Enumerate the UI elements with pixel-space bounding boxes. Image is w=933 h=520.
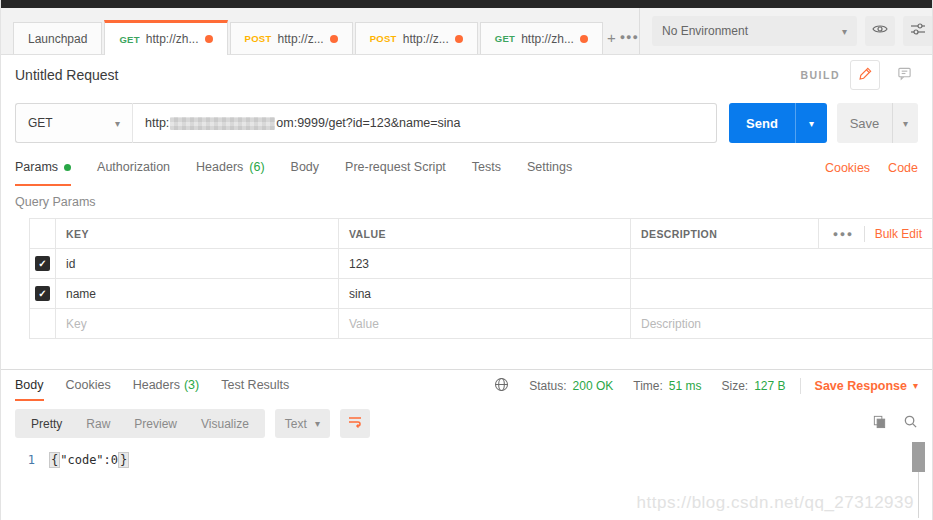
tab-request-1-active[interactable]: GET http://zh... <box>104 20 227 55</box>
response-tab-cookies-label: Cookies <box>66 378 111 392</box>
column-header-description: DESCRIPTION ●●● Bulk Edit <box>631 219 932 248</box>
response-tab-headers[interactable]: Headers (3) <box>133 370 200 401</box>
copy-icon[interactable] <box>872 414 887 433</box>
request-title[interactable]: Untitled Request <box>15 67 119 83</box>
save-options-button[interactable]: ▾ <box>892 103 918 143</box>
response-code-line: 1 {"code":0} <box>1 446 932 467</box>
table-header-actions: ●●● Bulk Edit <box>818 219 922 248</box>
environment-select[interactable]: No Environment ▾ <box>652 16 857 46</box>
param-description-field[interactable] <box>631 279 932 308</box>
response-headers-count-badge: (3) <box>184 378 199 392</box>
view-mode-preview[interactable]: Preview <box>122 417 189 431</box>
globe-icon[interactable] <box>494 377 509 395</box>
param-key-field[interactable]: name <box>56 279 339 308</box>
chevron-down-icon: ▾ <box>809 118 814 129</box>
unsaved-dot-icon <box>205 35 213 43</box>
sliders-icon <box>910 21 926 41</box>
format-select[interactable]: Text ▾ <box>275 409 330 438</box>
method-badge: GET <box>119 34 139 45</box>
divider <box>864 226 865 242</box>
param-key-field-placeholder[interactable]: Key <box>56 309 339 338</box>
tab-prerequest-script[interactable]: Pre-request Script <box>345 150 446 186</box>
view-mode-pretty[interactable]: Pretty <box>19 417 74 431</box>
wrap-text-button[interactable] <box>340 409 370 438</box>
send-button[interactable]: Send <box>729 103 795 143</box>
response-json[interactable]: {"code":0} <box>49 453 129 467</box>
response-tab-test-results-label: Test Results <box>221 378 289 392</box>
params-table-header-row: KEY VALUE DESCRIPTION ●●● Bulk Edit <box>30 219 932 249</box>
header-checkbox-cell <box>30 219 56 248</box>
new-tab-button[interactable]: + <box>607 23 616 51</box>
tab-launchpad[interactable]: Launchpad <box>13 22 102 54</box>
code-link[interactable]: Code <box>888 161 918 175</box>
environment-area: No Environment ▾ <box>639 8 933 54</box>
request-tabs: Params Authorization Headers (6) Body Pr… <box>1 150 932 186</box>
tab-prerequest-label: Pre-request Script <box>345 160 446 174</box>
tab-request-4[interactable]: GET http://zh... <box>480 22 603 54</box>
environment-settings-button[interactable] <box>903 16 933 46</box>
column-header-key: KEY <box>56 219 339 248</box>
postman-window: Launchpad GET http://zh... POST http://z… <box>0 0 933 520</box>
scrollbar-thumb[interactable] <box>912 442 925 472</box>
tab-request-3[interactable]: POST http://z... <box>355 22 478 54</box>
param-description-field[interactable] <box>631 249 932 278</box>
url-builder-row: GET ▾ http:om:9999/get?id=123&name=sina … <box>1 95 932 150</box>
response-tab-body[interactable]: Body <box>15 370 44 401</box>
more-options-button[interactable]: ●●● <box>833 229 854 239</box>
request-header: Untitled Request BUILD <box>1 55 932 95</box>
save-button-group: Save ▾ <box>837 103 918 143</box>
unsaved-dot-icon <box>455 35 463 43</box>
view-mode-group: Pretty Raw Preview Visualize <box>15 409 265 438</box>
build-label: BUILD <box>800 69 840 81</box>
send-options-button[interactable]: ▾ <box>795 103 827 143</box>
param-checkbox-cell: ✓ <box>30 249 56 278</box>
format-selected-label: Text <box>285 417 307 431</box>
view-mode-visualize[interactable]: Visualize <box>189 417 261 431</box>
http-method-selected: GET <box>28 116 53 130</box>
tab-body[interactable]: Body <box>291 150 320 186</box>
param-description-field-placeholder[interactable]: Description <box>631 309 932 338</box>
open-brace: { <box>49 452 60 468</box>
tab-body-label: Body <box>291 160 320 174</box>
row-checkbox-checked[interactable]: ✓ <box>35 256 50 271</box>
tab-headers[interactable]: Headers (6) <box>196 150 265 186</box>
status-label: Status: <box>529 379 566 393</box>
size-value: 127 B <box>754 379 785 393</box>
row-checkbox-checked[interactable]: ✓ <box>35 286 50 301</box>
url-input[interactable]: http:om:9999/get?id=123&name=sina <box>133 103 717 143</box>
tab-settings[interactable]: Settings <box>527 150 572 186</box>
tab-authorization[interactable]: Authorization <box>97 150 170 186</box>
wrap-text-icon <box>347 414 363 434</box>
column-header-value: VALUE <box>339 219 631 248</box>
cookies-link[interactable]: Cookies <box>825 161 870 175</box>
param-value-field[interactable]: 123 <box>339 249 631 278</box>
environment-quick-look-button[interactable] <box>865 16 895 46</box>
save-response-button[interactable]: Save Response <box>815 379 907 393</box>
url-suffix: om:9999/get?id=123&name=sina <box>276 116 460 130</box>
param-key-field[interactable]: id <box>56 249 339 278</box>
save-button[interactable]: Save <box>837 103 892 143</box>
param-value-field[interactable]: sina <box>339 279 631 308</box>
http-method-select[interactable]: GET ▾ <box>15 103 133 143</box>
response-tabs: Body Cookies Headers (3) Test Results St… <box>1 370 932 401</box>
edit-request-button[interactable] <box>850 60 880 90</box>
search-icon[interactable] <box>903 414 918 433</box>
param-row: ✓ name sina <box>30 279 932 309</box>
tab-options-button[interactable]: ●●● <box>620 23 639 51</box>
bulk-edit-link[interactable]: Bulk Edit <box>875 227 922 241</box>
comments-button[interactable] <box>890 61 918 89</box>
param-value-field-placeholder[interactable]: Value <box>339 309 631 338</box>
json-content: "code":0 <box>60 453 118 467</box>
view-mode-raw[interactable]: Raw <box>74 417 122 431</box>
method-badge: POST <box>245 33 272 44</box>
response-tab-cookies[interactable]: Cookies <box>66 370 111 401</box>
unsaved-dot-icon <box>580 35 588 43</box>
send-button-group: Send ▾ <box>729 103 827 143</box>
tab-tests[interactable]: Tests <box>472 150 501 186</box>
time-label: Time: <box>633 379 663 393</box>
tab-request-2[interactable]: POST http://z... <box>230 22 353 54</box>
tab-params[interactable]: Params <box>15 150 71 186</box>
environment-selected-label: No Environment <box>662 24 748 38</box>
response-tab-test-results[interactable]: Test Results <box>221 370 289 401</box>
param-checkbox-cell <box>30 309 56 338</box>
